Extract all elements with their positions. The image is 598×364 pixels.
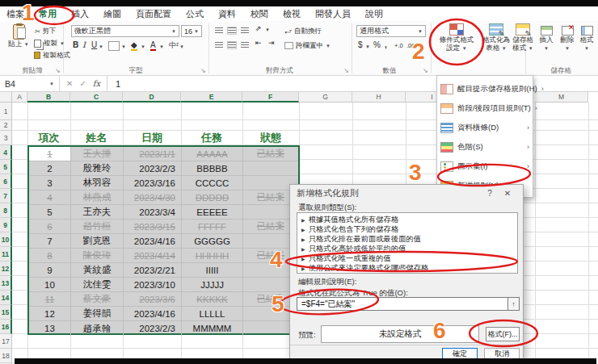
menu-tab[interactable]: 頁面配置 [136, 8, 171, 20]
orientation-icon[interactable]: ⇗ [255, 24, 262, 32]
row-header[interactable]: 15 [0, 305, 12, 320]
menu-tab[interactable]: 插入 [71, 8, 89, 20]
menu-tab[interactable]: 常用 [39, 8, 57, 20]
cf-menu-item[interactable]: 醒目提示儲存格規則(H) › [437, 79, 533, 98]
cell-status[interactable] [243, 161, 298, 175]
cell-name[interactable]: 趙承翰 [71, 321, 124, 336]
format-painter-button[interactable]: 複製格式 [34, 50, 70, 61]
cell-date[interactable]: 2023/3/4 [124, 205, 182, 219]
table-row[interactable]: 7 劉克恩 2023/4/16 GGGGG [29, 234, 298, 249]
cell-item-no[interactable]: 1 [29, 147, 71, 161]
menu-tab[interactable]: 檔案 [6, 8, 24, 20]
row-header[interactable]: 10 [0, 232, 12, 247]
cell-item-no[interactable]: 2 [29, 161, 71, 175]
rule-type-item[interactable]: ▶ 使用公式來決定要格式化哪些儲存格 [297, 263, 517, 273]
number-format-select[interactable]: 通用格式▼ [356, 25, 426, 37]
bold-button[interactable]: B [73, 40, 78, 49]
menu-tab[interactable]: 檢視 [283, 8, 301, 20]
row-header[interactable]: 7 [0, 189, 12, 203]
copy-button[interactable]: 複製 ▼ [34, 38, 65, 48]
format-button[interactable]: 格式(F)... [486, 327, 520, 341]
rule-type-item[interactable]: ▶ 只格式化排在最前面或最後面的值 [297, 234, 517, 244]
font-size-select[interactable]: 16▼ [181, 25, 202, 37]
row-header[interactable]: 5 [0, 160, 12, 174]
column-header[interactable]: H [352, 92, 406, 103]
cell-task[interactable]: AAAAA [182, 147, 243, 161]
align-right-icon[interactable] [241, 42, 249, 48]
row-header[interactable]: 6 [0, 174, 12, 189]
cf-menu-item[interactable]: 前段/後段項目規則(T) › [437, 98, 533, 118]
conditional-formatting-button[interactable]: 條件式格式設定 ▼ [433, 23, 480, 52]
cell-task[interactable]: GGGGG [182, 234, 243, 248]
column-header[interactable]: G [299, 92, 352, 103]
rule-type-item[interactable]: ▶ 只格式化高於或低於平均的值 [297, 244, 517, 253]
align-middle-icon[interactable] [228, 27, 236, 34]
cancel-button[interactable]: 取消 [484, 348, 520, 359]
row-header[interactable]: 11 [0, 247, 12, 261]
cell-date[interactable]: 2023/4/16 [124, 234, 182, 248]
cell-name[interactable]: 沈佳雯 [71, 278, 124, 291]
align-bottom-icon[interactable] [241, 27, 249, 34]
column-header[interactable]: C [70, 92, 123, 103]
cell-task[interactable]: FFFFF [182, 220, 243, 233]
delete-cells-button[interactable]: 刪除▼ [558, 26, 577, 52]
dialog-title-bar[interactable]: 新增格式化規則 ? ✕ [290, 185, 523, 201]
cell-item-no[interactable]: 11 [29, 292, 71, 306]
underline-button[interactable]: U [91, 40, 97, 49]
percent-format-icon[interactable]: % [373, 40, 381, 49]
cell-task[interactable]: CCCCC [182, 176, 243, 190]
table-row[interactable]: 8 陳俊瑋 2023/4/14 HHHHH 已結案 [29, 249, 298, 263]
cell-task[interactable]: JJJJJ [182, 278, 243, 291]
cell-item-no[interactable]: 6 [29, 220, 71, 233]
menu-tab[interactable]: 開發人員 [315, 8, 351, 20]
cell-name[interactable]: 劉克恩 [71, 234, 124, 248]
currency-format-icon[interactable]: $ [358, 40, 363, 49]
table-row[interactable]: 5 王亦夫 2023/3/4 EEEEE [29, 205, 298, 220]
font-color-icon[interactable]: A [150, 40, 156, 51]
underline-chevron-icon[interactable]: ▼ [99, 44, 103, 49]
cancel-entry-icon[interactable]: ✕ [66, 79, 73, 88]
table-row[interactable]: 4 林燕成 2023/4/30 DDDDD 已結案 [29, 190, 298, 205]
column-header-far[interactable]: M [535, 92, 588, 103]
fill-color-icon[interactable]: ◆ [131, 40, 137, 51]
cell-task[interactable]: DDDDD [182, 190, 243, 204]
row-header[interactable]: 17 [0, 334, 12, 349]
comma-format-icon[interactable]: , [385, 40, 387, 49]
cell-date[interactable]: 2023/3/16 [124, 176, 182, 190]
table-row[interactable]: 1 王大捶 2023/1/1 AAAAA 已結案 [29, 147, 298, 161]
cell-date[interactable]: 2023/3/6 [124, 292, 182, 306]
cell-name[interactable]: 姜得韻 [71, 307, 124, 320]
cell-name[interactable]: 黃紋盛 [71, 263, 124, 277]
cell-name[interactable]: 王大捶 [71, 147, 124, 161]
cell-item-no[interactable]: 12 [29, 307, 71, 320]
increase-indent-icon[interactable]: ⇥ [268, 39, 275, 47]
cell-item-no[interactable]: 7 [29, 234, 71, 248]
cell-item-no[interactable]: 3 [29, 176, 71, 190]
merge-center-button[interactable]: 跨欄置中 ▼ [284, 40, 331, 51]
italic-button[interactable]: I [82, 40, 86, 49]
alignment-dialog-launcher-icon[interactable]: ↘ [343, 67, 349, 74]
menu-tab[interactable]: 繪圖 [103, 8, 121, 20]
selected-range[interactable]: 1 王大捶 2023/1/1 AAAAA 已結案 2 殷雅玲 2023/2/3 … [27, 145, 300, 335]
rule-type-item[interactable]: ▶ 根據其值格式化所有儲存格 [297, 215, 517, 224]
font-dialog-launcher-icon[interactable]: ↘ [200, 67, 206, 74]
table-header-cell[interactable]: 姓名 [70, 131, 123, 145]
cell-date[interactable]: 2023/4/16 [124, 307, 182, 320]
fill-color-chevron-icon[interactable]: ▼ [141, 44, 145, 49]
column-header[interactable]: A [12, 92, 27, 103]
table-row[interactable]: 10 沈佳雯 2023/3/10 JJJJJ [29, 278, 298, 292]
cell-date[interactable]: 2023/3/15 [124, 220, 182, 233]
cell-task[interactable]: BBBBB [182, 161, 243, 175]
cell-task[interactable]: LLLLL [182, 307, 243, 320]
cell-item-no[interactable]: 10 [29, 278, 71, 291]
cell-task[interactable]: IIIII [182, 263, 243, 277]
cell-date[interactable]: 2023/2/3 [124, 321, 182, 336]
table-row[interactable]: 2 殷雅玲 2023/2/3 BBBBB [29, 161, 298, 176]
cf-menu-item[interactable]: 資料橫條(D) › [437, 118, 533, 137]
column-header[interactable]: E [181, 92, 242, 103]
menu-tab[interactable]: 資料 [218, 8, 236, 20]
currency-chevron-icon[interactable]: ▼ [365, 44, 370, 49]
phonetic-chevron-icon[interactable]: ▼ [179, 44, 184, 49]
cell-task[interactable]: HHHHH [182, 249, 243, 262]
cell-date[interactable]: 2023/2/3 [124, 161, 182, 175]
